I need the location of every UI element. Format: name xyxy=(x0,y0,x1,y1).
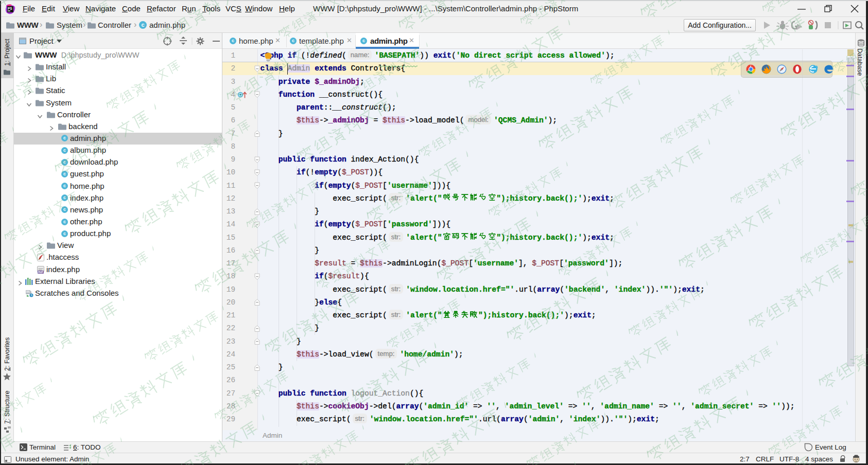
svg-text:PHP: PHP xyxy=(38,271,43,274)
svg-text:PS: PS xyxy=(8,7,12,10)
